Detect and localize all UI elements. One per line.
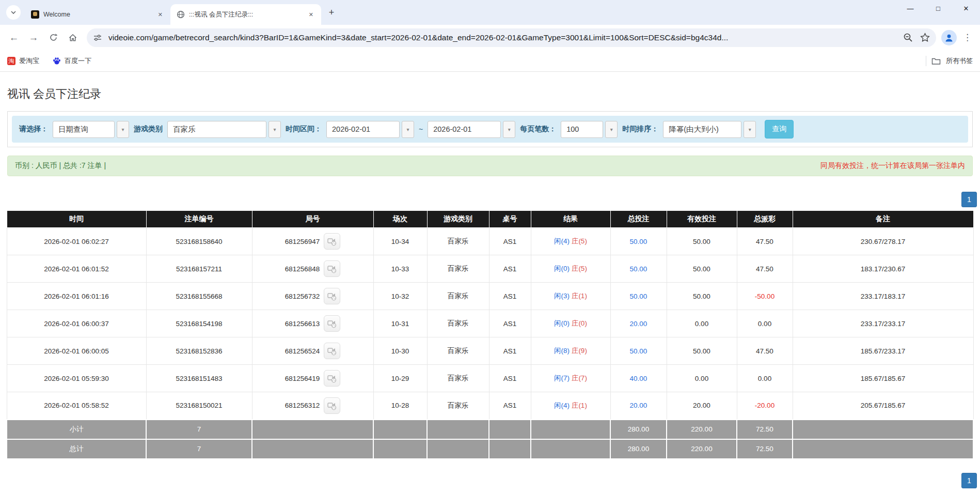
reload-button[interactable] (44, 29, 62, 47)
chevron-down-icon[interactable]: ▾ (402, 121, 414, 138)
cell-bet-no: 523168157211 (146, 255, 252, 283)
video-replay-button[interactable] (324, 233, 340, 250)
maximize-icon[interactable]: □ (924, 0, 952, 18)
col-time: 时间 (7, 211, 146, 228)
empty-cell (793, 420, 973, 439)
close-tab-icon[interactable]: ✕ (155, 10, 165, 20)
address-bar[interactable]: videoie.com/game/betrecord_search/kind3?… (87, 28, 936, 47)
date-start-value[interactable]: 2026-02-01 (326, 121, 400, 138)
chevron-down-icon[interactable]: ▾ (744, 121, 756, 138)
close-tab-icon[interactable]: ✕ (306, 10, 316, 20)
cell-total-bet-link[interactable]: 50.00 (610, 255, 667, 283)
col-bet-no: 注单编号 (146, 211, 252, 228)
date-end-value[interactable]: 2026-02-01 (428, 121, 501, 138)
subtotal-payout: 72.50 (737, 420, 793, 439)
window-close-icon[interactable]: ✕ (952, 0, 980, 18)
query-button[interactable]: 查询 (765, 120, 794, 138)
forward-button[interactable]: → (25, 29, 42, 47)
back-button[interactable]: ← (5, 29, 23, 47)
col-table: 桌号 (489, 211, 531, 228)
video-replay-button[interactable] (324, 315, 340, 332)
cell-payout: 0.00 (737, 365, 793, 392)
cell-total-bet-link[interactable]: 50.00 (610, 337, 667, 365)
video-replay-button[interactable] (324, 343, 340, 359)
person-icon (944, 33, 954, 42)
cell-result: 闲(0) 庄(5) (531, 255, 610, 283)
profile-avatar[interactable] (941, 30, 957, 45)
filter-bar: 请选择： 日期查询 ▾ 游戏类别 百家乐 ▾ 时间区间： 2026-02-01 … (12, 116, 968, 143)
cell-total-bet-link[interactable]: 20.00 (610, 392, 667, 420)
game-kind-value[interactable]: 百家乐 (167, 121, 266, 138)
video-replay-icon (327, 346, 337, 356)
round-no: 681256524 (285, 347, 320, 355)
zoom-level-button[interactable] (903, 33, 913, 42)
cell-table: AS1 (489, 283, 531, 310)
cell-note: 183.17/230.67 (793, 255, 973, 283)
result-banker: 庄(1) (572, 292, 587, 300)
bookmark-star-button[interactable] (920, 33, 930, 42)
date-end-select[interactable]: 2026-02-01 ▾ (428, 121, 515, 138)
home-button[interactable] (64, 29, 82, 47)
cell-payout: 47.50 (737, 255, 793, 283)
col-result: 结果 (531, 211, 610, 228)
pagination-top: 1 (7, 192, 973, 207)
cell-total-bet-link[interactable]: 50.00 (610, 228, 667, 255)
tab-welcome[interactable]: Welcome ✕ (25, 4, 170, 25)
page-size-select[interactable]: 100 ▾ (561, 121, 618, 138)
cell-result: 闲(0) 庄(0) (531, 310, 610, 337)
total-count: 7 (146, 439, 252, 459)
chevron-down-icon[interactable]: ▾ (268, 121, 281, 138)
date-start-select[interactable]: 2026-02-01 ▾ (326, 121, 414, 138)
game-kind-select[interactable]: 百家乐 ▾ (167, 121, 281, 138)
cell-round-no: 681256312 (252, 392, 373, 420)
cell-result: 闲(7) 庄(7) (531, 365, 610, 392)
chevron-down-icon[interactable]: ▾ (605, 121, 618, 138)
tab-search-button[interactable] (6, 5, 21, 20)
query-type-value[interactable]: 日期查询 (53, 121, 115, 138)
video-replay-icon (327, 319, 337, 328)
video-replay-button[interactable] (324, 397, 340, 414)
cell-total-bet-link[interactable]: 40.00 (610, 365, 667, 392)
tilde-separator: ~ (419, 125, 423, 133)
tab-betrecord[interactable]: :::视讯 会员下注纪录::: ✕ (170, 4, 321, 25)
home-icon (68, 33, 77, 42)
page-1-button[interactable]: 1 (961, 192, 977, 207)
sort-select[interactable]: 降幂(由大到小) ▾ (663, 121, 756, 138)
chevron-down-icon[interactable]: ▾ (117, 121, 129, 138)
cell-total-bet-link[interactable]: 20.00 (610, 310, 667, 337)
baidu-paw-icon (53, 57, 61, 65)
table-row: 2026-02-01 06:01:16 523168155668 6812567… (7, 283, 973, 310)
browser-menu-button[interactable]: ⋮ (959, 32, 975, 43)
chevron-down-icon[interactable]: ▾ (503, 121, 515, 138)
bookmark-taobao[interactable]: 淘 爱淘宝 (7, 56, 39, 66)
cell-round-no: 681256732 (252, 283, 373, 310)
sort-value[interactable]: 降幂(由大到小) (663, 121, 741, 138)
cell-payout: -20.00 (737, 392, 793, 420)
site-settings-icon[interactable] (93, 33, 102, 42)
cell-game: 百家乐 (427, 392, 489, 420)
query-type-select[interactable]: 日期查询 ▾ (53, 121, 129, 138)
minimize-icon[interactable]: — (896, 0, 924, 18)
cell-table: AS1 (489, 337, 531, 365)
col-total-bet: 总投注 (610, 211, 667, 228)
video-replay-icon (327, 401, 337, 410)
round-no: 681256732 (285, 292, 320, 300)
empty-cell (489, 420, 531, 439)
cell-session: 10-30 (373, 337, 427, 365)
subtotal-count: 7 (146, 420, 252, 439)
video-replay-button[interactable] (324, 288, 340, 304)
all-bookmarks[interactable]: 所有书签 (926, 56, 973, 66)
cell-note: 233.17/183.17 (793, 283, 973, 310)
cell-session: 10-34 (373, 228, 427, 255)
page-size-value[interactable]: 100 (561, 121, 603, 138)
cell-valid-bet: 20.00 (667, 392, 737, 420)
video-replay-button[interactable] (324, 260, 340, 277)
page-1-button[interactable]: 1 (961, 473, 977, 488)
video-replay-button[interactable] (324, 370, 340, 387)
round-no: 681256613 (285, 320, 320, 328)
table-row: 2026-02-01 05:58:52 523168150021 6812563… (7, 392, 973, 420)
bookmark-baidu[interactable]: 百度一下 (53, 56, 91, 66)
url-text[interactable]: videoie.com/game/betrecord_search/kind3?… (108, 33, 896, 42)
cell-total-bet-link[interactable]: 50.00 (610, 283, 667, 310)
new-tab-button[interactable]: + (324, 5, 339, 20)
